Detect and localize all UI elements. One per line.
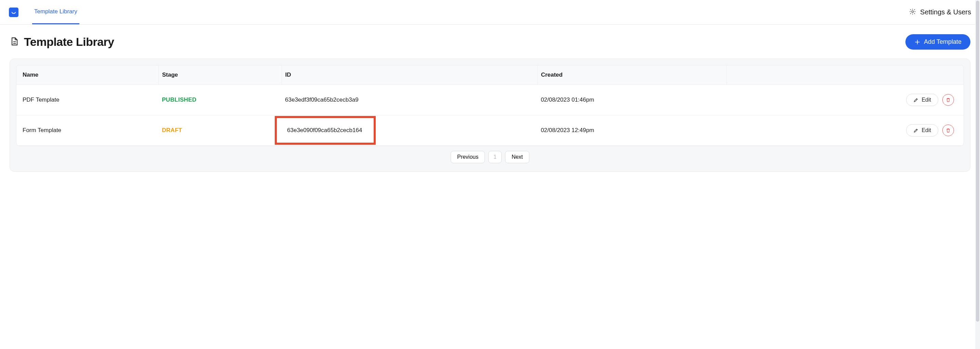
pencil-icon (913, 97, 919, 103)
settings-users-label: Settings & Users (920, 8, 971, 16)
page-header: Template Library Add Template (0, 25, 980, 56)
panel-outer: Name Stage ID Created PDF TemplatePUBLIS… (10, 59, 970, 172)
col-header-name: Name (16, 65, 158, 85)
page-title-wrap: Template Library (10, 35, 114, 49)
table-row: Form TemplateDRAFT63e3e090f09ca65b2cecb1… (16, 115, 964, 146)
highlight-box: 63e3e090f09ca65b2cecb164 (275, 116, 376, 145)
cell-name: Form Template (16, 115, 158, 146)
page-title: Template Library (24, 35, 114, 49)
svg-point-0 (912, 11, 913, 12)
document-icon (10, 37, 19, 48)
topbar: Template Library Settings & Users (0, 0, 980, 25)
edit-button[interactable]: Edit (906, 94, 938, 106)
table-row: PDF TemplatePUBLISHED63e3edf3f09ca65b2ce… (16, 85, 964, 115)
smile-icon (11, 9, 17, 15)
pager: Previous 1 Next (16, 146, 964, 165)
row-actions: Edit (730, 124, 960, 137)
scrollbar-track[interactable] (975, 0, 980, 178)
page-number: 1 (488, 151, 502, 163)
next-button[interactable]: Next (505, 151, 529, 163)
cell-created: 02/08/2023 12:49pm (537, 115, 727, 146)
delete-button[interactable] (942, 124, 954, 136)
cell-actions: Edit (727, 115, 964, 146)
add-template-label: Add Template (924, 38, 961, 46)
stage-badge: DRAFT (162, 127, 182, 134)
trash-icon (945, 97, 951, 103)
scrollbar-thumb[interactable] (976, 1, 979, 178)
edit-label: Edit (921, 127, 931, 134)
settings-users-link[interactable]: Settings & Users (909, 8, 971, 20)
cell-id: 63e3edf3f09ca65b2cecb3a9 (282, 85, 537, 115)
plus-icon (914, 39, 920, 45)
templates-table: Name Stage ID Created PDF TemplatePUBLIS… (16, 65, 964, 146)
cell-stage: DRAFT (158, 115, 282, 146)
col-header-stage: Stage (158, 65, 282, 85)
edit-button[interactable]: Edit (906, 124, 938, 137)
nav-tab-label: Template Library (34, 8, 77, 15)
nav-tab-template-library[interactable]: Template Library (32, 3, 80, 24)
logo[interactable] (9, 8, 19, 17)
stage-badge: PUBLISHED (162, 97, 196, 103)
cell-created: 02/08/2023 01:46pm (537, 85, 727, 115)
delete-button[interactable] (942, 94, 954, 106)
cell-stage: PUBLISHED (158, 85, 282, 115)
edit-label: Edit (921, 97, 931, 103)
cell-name: PDF Template (16, 85, 158, 115)
panel-inner: Name Stage ID Created PDF TemplatePUBLIS… (16, 65, 964, 146)
cell-id: 63e3e090f09ca65b2cecb164 (282, 115, 537, 146)
pencil-icon (913, 127, 919, 133)
col-header-id: ID (282, 65, 537, 85)
col-header-actions (727, 65, 964, 85)
row-actions: Edit (730, 94, 960, 106)
topbar-left: Template Library (9, 3, 80, 24)
trash-icon (945, 127, 951, 133)
col-header-created: Created (537, 65, 727, 85)
table-header-row: Name Stage ID Created (16, 65, 964, 85)
cell-actions: Edit (727, 85, 964, 115)
gear-icon (909, 8, 916, 16)
add-template-button[interactable]: Add Template (905, 34, 970, 49)
previous-button[interactable]: Previous (451, 151, 485, 163)
